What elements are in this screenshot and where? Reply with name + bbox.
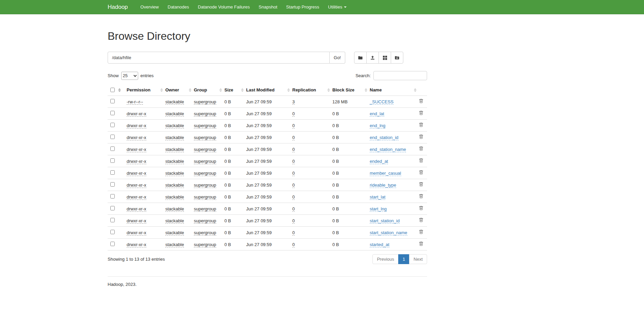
file-link[interactable]: end_station_name xyxy=(370,147,406,152)
cell-last-modified: Jun 27 09:59 xyxy=(246,143,292,155)
delete-icon[interactable] xyxy=(419,135,423,139)
cell-owner: stackable xyxy=(165,203,194,215)
table-row: drwxr-xr-x stackable supergroup 0 B Jun … xyxy=(108,132,427,143)
file-link[interactable]: end_lat xyxy=(370,111,384,117)
sort-icon[interactable] xyxy=(241,88,244,92)
row-checkbox[interactable] xyxy=(110,158,115,163)
file-link[interactable]: start_station_id xyxy=(370,218,400,224)
cell-size: 0 B xyxy=(224,179,246,191)
create-directory-button[interactable] xyxy=(391,52,403,64)
table-controls: Show 25 entries Search: xyxy=(108,71,427,80)
upload-file-button[interactable] xyxy=(366,52,379,64)
delete-icon[interactable] xyxy=(419,230,423,234)
row-checkbox[interactable] xyxy=(110,218,115,222)
search-label: Search: xyxy=(355,73,371,78)
row-checkbox[interactable] xyxy=(110,206,115,210)
delete-icon[interactable] xyxy=(419,158,423,163)
column-header-size[interactable]: Size xyxy=(224,84,246,96)
file-link[interactable]: end_lng xyxy=(370,123,385,128)
file-table: Permission Owner Group Size Last Modifie… xyxy=(108,84,427,251)
delete-icon[interactable] xyxy=(419,194,423,198)
cell-group: supergroup xyxy=(194,132,224,143)
cell-size: 0 B xyxy=(224,227,246,239)
nav-item-startup-progress[interactable]: Startup Progress xyxy=(282,0,324,14)
sort-icon[interactable] xyxy=(160,88,163,92)
delete-icon[interactable] xyxy=(419,111,423,115)
file-link[interactable]: ended_at xyxy=(370,159,388,164)
cell-last-modified: Jun 27 09:59 xyxy=(246,155,292,167)
grid-view-button[interactable] xyxy=(379,52,391,64)
cell-owner: stackable xyxy=(165,215,194,227)
column-label: Size xyxy=(224,87,233,92)
cell-last-modified: Jun 27 09:59 xyxy=(246,96,292,108)
column-header-permission[interactable]: Permission xyxy=(127,84,165,96)
page-size-select[interactable]: 25 xyxy=(121,72,138,80)
sort-icon[interactable] xyxy=(365,88,367,92)
page-length-control: Show 25 entries xyxy=(108,72,154,80)
row-checkbox[interactable] xyxy=(110,170,115,175)
select-all-checkbox[interactable] xyxy=(110,88,115,92)
delete-icon[interactable] xyxy=(419,146,423,151)
column-label: Owner xyxy=(165,87,179,92)
file-link[interactable]: end_station_id xyxy=(370,135,399,140)
nav-item-datanode-volume-failures[interactable]: Datanode Volume Failures xyxy=(194,0,254,14)
delete-icon[interactable] xyxy=(419,99,423,103)
sort-icon[interactable] xyxy=(118,88,121,92)
cell-last-modified: Jun 27 09:59 xyxy=(246,120,292,132)
column-header-name[interactable]: Name xyxy=(370,84,419,96)
cell-permission: drwxr-xr-x xyxy=(127,191,165,203)
sort-icon[interactable] xyxy=(327,88,330,92)
file-link[interactable]: member_casual xyxy=(370,171,401,176)
file-link[interactable]: started_at xyxy=(370,242,389,247)
sort-icon[interactable] xyxy=(219,88,222,92)
delete-icon[interactable] xyxy=(419,170,423,175)
delete-icon[interactable] xyxy=(419,206,423,210)
delete-icon[interactable] xyxy=(419,218,423,222)
cell-owner: stackable xyxy=(165,132,194,143)
file-link[interactable]: start_lng xyxy=(370,206,387,212)
nav-item-overview[interactable]: Overview xyxy=(136,0,163,14)
file-link[interactable]: rideable_type xyxy=(370,183,396,188)
navbar-brand[interactable]: Hadoop xyxy=(108,0,131,14)
column-header-block-size[interactable]: Block Size xyxy=(332,84,370,96)
column-header-last-modified[interactable]: Last Modified xyxy=(246,84,292,96)
file-link[interactable]: start_station_name xyxy=(370,230,407,236)
delete-icon[interactable] xyxy=(419,182,423,187)
file-link[interactable]: start_lat xyxy=(370,194,385,200)
path-input-group: Go! xyxy=(108,52,345,64)
row-checkbox[interactable] xyxy=(110,242,115,246)
nav-item-snapshot[interactable]: Snapshot xyxy=(254,0,282,14)
column-header-group[interactable]: Group xyxy=(194,84,224,96)
pagination-previous[interactable]: Previous xyxy=(372,254,399,264)
search-input[interactable] xyxy=(373,71,427,80)
cell-group: supergroup xyxy=(194,143,224,155)
pagination-next[interactable]: Next xyxy=(409,254,427,264)
cell-permission: drwxr-xr-x xyxy=(127,179,165,191)
cell-replication: 0 xyxy=(292,191,332,203)
sort-icon[interactable] xyxy=(287,88,290,92)
nav-item-utilities[interactable]: Utilities xyxy=(324,0,351,14)
row-checkbox[interactable] xyxy=(110,135,115,139)
delete-icon[interactable] xyxy=(419,123,423,127)
row-checkbox[interactable] xyxy=(110,230,115,234)
pagination-page-1[interactable]: 1 xyxy=(399,254,409,264)
row-checkbox[interactable] xyxy=(110,123,115,127)
nav-item-datanodes[interactable]: Datanodes xyxy=(163,0,194,14)
row-checkbox[interactable] xyxy=(110,146,115,151)
go-button[interactable]: Go! xyxy=(330,52,345,64)
file-table-body: -rw-r--r-- stackable supergroup 0 B Jun … xyxy=(108,96,427,251)
file-link[interactable]: _SUCCESS xyxy=(370,99,393,105)
delete-icon[interactable] xyxy=(419,242,423,246)
open-folder-button[interactable] xyxy=(354,52,367,64)
folder-open-icon xyxy=(358,55,363,60)
cell-block-size: 0 B xyxy=(332,215,370,227)
sort-icon[interactable] xyxy=(189,88,191,92)
sort-icon[interactable] xyxy=(414,88,417,92)
row-checkbox[interactable] xyxy=(110,111,115,115)
column-header-owner[interactable]: Owner xyxy=(165,84,194,96)
column-header-replication[interactable]: Replication xyxy=(292,84,332,96)
row-checkbox[interactable] xyxy=(110,99,115,103)
row-checkbox[interactable] xyxy=(110,182,115,187)
row-checkbox[interactable] xyxy=(110,194,115,198)
directory-path-input[interactable] xyxy=(108,52,330,64)
